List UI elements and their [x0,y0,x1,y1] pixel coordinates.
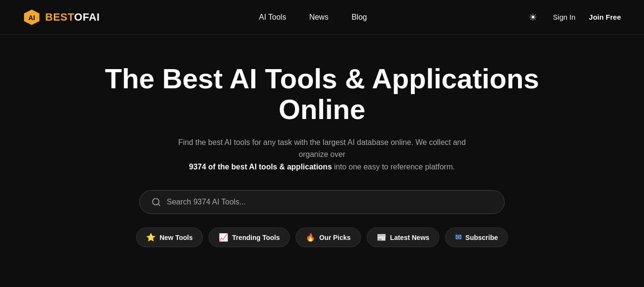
trending-icon: 📈 [219,233,228,242]
search-bar-wrapper [139,190,505,214]
svg-line-3 [158,204,160,206]
star-icon: ⭐ [146,233,156,242]
latest-news-button[interactable]: 📰 Latest News [367,227,440,247]
join-free-button[interactable]: Join Free [589,13,621,21]
fire-icon: 🔥 [306,233,315,242]
new-tools-button[interactable]: ⭐ New Tools [136,227,203,247]
hero-title: The Best AI Tools & Applications Online [82,63,562,125]
sign-in-button[interactable]: Sign In [553,13,576,21]
nav-blog[interactable]: Blog [351,13,367,22]
news-icon: 📰 [377,233,386,242]
hero-section: The Best AI Tools & Applications Online … [0,35,644,286]
nav-news[interactable]: News [309,13,328,22]
new-tools-label: New Tools [160,234,193,241]
main-nav: AI Tools News Blog [259,13,367,22]
subscribe-label: Subscribe [465,234,498,241]
nav-ai-tools[interactable]: AI Tools [259,13,286,22]
nav-right: ☀ Sign In Join Free [526,11,621,24]
our-picks-button[interactable]: 🔥 Our Picks [296,227,360,247]
quick-links: ⭐ New Tools 📈 Trending Tools 🔥 Our Picks… [136,227,508,247]
logo-text: BESTOFAI [45,11,100,24]
search-icon [151,197,161,207]
hero-subtitle: Find the best AI tools for any task with… [168,136,476,173]
our-picks-label: Our Picks [319,234,350,241]
subscribe-button[interactable]: ✉ Subscribe [445,227,508,247]
latest-news-label: Latest News [390,234,430,241]
trending-tools-button[interactable]: 📈 Trending Tools [209,227,290,247]
trending-tools-label: Trending Tools [232,234,280,241]
theme-toggle-button[interactable]: ☀ [526,11,540,24]
search-bar [139,190,505,214]
svg-text:AI: AI [28,14,35,22]
search-input[interactable] [167,198,493,206]
logo-icon: AI [23,9,40,26]
mail-icon: ✉ [455,233,461,242]
header: AI BESTOFAI AI Tools News Blog ☀ Sign In… [0,0,644,35]
logo[interactable]: AI BESTOFAI [23,9,100,26]
